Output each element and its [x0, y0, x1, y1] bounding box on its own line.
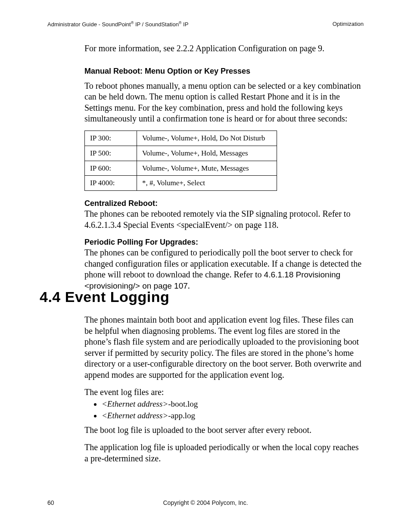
- polling-para: The phones can be configured to periodic…: [84, 247, 364, 291]
- table-row: IP 600: Volume-, Volume+, Mute, Messages: [85, 161, 277, 176]
- centralized-heading: Centralized Reboot:: [84, 199, 364, 208]
- keys-cell: Volume-, Volume+, Mute, Messages: [137, 161, 277, 176]
- header-left-pre: Administrator Guide - SoundPoint: [47, 21, 131, 28]
- log-italic: <Ethernet address>: [102, 411, 168, 420]
- table-row: IP 300: Volume-, Volume+, Hold, Do Not D…: [85, 131, 277, 146]
- keys-cell: Volume-, Volume+, Hold, Messages: [137, 146, 277, 161]
- model-cell: IP 500:: [85, 146, 137, 161]
- event-logging-p4: The application log file is uploaded per…: [84, 442, 364, 464]
- reg-mark-2: ®: [179, 21, 182, 25]
- section-4-4-body: The phones maintain both boot and applic…: [84, 314, 364, 470]
- manual-reboot-heading: Manual Reboot: Menu Option or Key Presse…: [84, 66, 364, 76]
- polling-heading: Periodic Polling For Upgrades:: [84, 237, 364, 247]
- keys-cell: Volume-, Volume+, Hold, Do Not Disturb: [137, 131, 277, 146]
- event-logging-p2: The event log files are:: [84, 387, 364, 398]
- log-suffix: -app.log: [168, 411, 195, 420]
- section-4-4-heading: 4.4 Event Logging: [40, 289, 364, 305]
- table-row: IP 4000: *, #, Volume+, Select: [85, 176, 277, 191]
- manual-reboot-para: To reboot phones manually, a menu option…: [84, 81, 364, 124]
- more-info-para: For more information, see 2.2.2 Applicat…: [84, 43, 364, 54]
- keys-cell: *, #, Volume+, Select: [137, 176, 277, 191]
- list-item: <Ethernet address>-app.log: [102, 410, 364, 422]
- event-logging-p1: The phones maintain both boot and applic…: [84, 314, 364, 381]
- header-left-tail: IP: [182, 21, 189, 28]
- log-italic: <Ethernet address>: [102, 399, 168, 408]
- model-cell: IP 300:: [85, 131, 137, 146]
- model-cell: IP 4000:: [85, 176, 137, 191]
- copyright: Copyright © 2004 Polycom, Inc.: [163, 499, 248, 506]
- log-suffix: -boot.log: [168, 399, 198, 408]
- centralized-para: The phones can be rebooted remotely via …: [84, 208, 364, 230]
- header-left: Administrator Guide - SoundPoint® IP / S…: [47, 21, 188, 28]
- header-right: Optimization: [333, 21, 364, 28]
- header-left-mid: IP / SoundStation: [134, 21, 179, 28]
- event-logging-p3: The boot log file is uploaded to the boo…: [84, 425, 364, 436]
- footer: 60 Copyright © 2004 Polycom, Inc.: [47, 499, 364, 506]
- key-combo-table: IP 300: Volume-, Volume+, Hold, Do Not D…: [84, 131, 277, 191]
- model-cell: IP 600:: [85, 161, 137, 176]
- log-file-list: <Ethernet address>-boot.log <Ethernet ad…: [84, 398, 364, 421]
- list-item: <Ethernet address>-boot.log: [102, 398, 364, 410]
- body-content: For more information, see 2.2.2 Applicat…: [84, 43, 364, 298]
- page-number: 60: [47, 499, 54, 506]
- running-header: Administrator Guide - SoundPoint® IP / S…: [47, 21, 364, 28]
- table-row: IP 500: Volume-, Volume+, Hold, Messages: [85, 146, 277, 161]
